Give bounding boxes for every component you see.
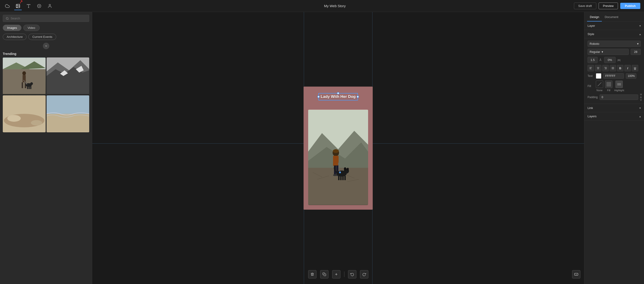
layers-section-header[interactable]: Layers ▴	[588, 114, 641, 118]
align-center-button[interactable]	[595, 65, 601, 71]
list-item[interactable]	[46, 95, 90, 132]
style-section-toggle[interactable]: Style ▴	[588, 32, 641, 36]
design-tab[interactable]: Design	[587, 12, 602, 22]
keyboard-button[interactable]	[572, 270, 580, 278]
font-weight-size-row: Regular ▾	[588, 49, 641, 55]
fill-highlight-option[interactable]: Highlight	[614, 81, 624, 92]
right-panel: Design Document Layer ▾ Style ▴ Roboto ▾	[584, 12, 644, 284]
image-icon[interactable]: ↗	[14, 2, 22, 10]
layer-section-header[interactable]: Layer ▾	[588, 24, 641, 28]
trending-label: Trending	[0, 51, 92, 58]
font-weight-chevron: ▾	[602, 50, 603, 54]
handle-right[interactable]	[356, 96, 359, 98]
story-canvas[interactable]: Lady With Her Dog	[304, 87, 373, 210]
svg-rect-57	[342, 176, 344, 180]
text-color-hex[interactable]	[603, 73, 624, 79]
add-element-button[interactable]	[332, 270, 340, 278]
document-tab[interactable]: Document	[602, 12, 621, 22]
preview-button[interactable]: Preview	[598, 3, 618, 9]
video-tab[interactable]: Video	[23, 25, 40, 31]
list-item[interactable]	[46, 58, 90, 94]
link-section-header[interactable]: Link ▾	[588, 106, 641, 110]
story-text: Lady With Her Dog	[320, 94, 356, 99]
svg-rect-61	[324, 274, 326, 276]
architecture-tag[interactable]: Architecture	[3, 34, 26, 40]
font-family-select[interactable]: Roboto ▾	[588, 41, 641, 47]
top-bar: ↗ My Web Story Save draft Preview	[0, 0, 644, 12]
font-size-input[interactable]	[631, 49, 641, 55]
font-family-row: Roboto ▾	[588, 41, 641, 47]
cloud-icon[interactable]	[4, 2, 11, 10]
search-bar[interactable]	[3, 15, 89, 22]
handle-left[interactable]	[318, 96, 320, 98]
chevron-down-button[interactable]	[43, 43, 49, 49]
save-draft-button[interactable]: Save draft	[574, 3, 596, 9]
svg-rect-64	[574, 273, 578, 275]
svg-rect-55	[338, 176, 340, 180]
fill-fill-icon	[605, 81, 612, 88]
current-events-tag[interactable]: Current Events	[28, 34, 56, 40]
svg-point-7	[49, 4, 51, 6]
undo-button[interactable]	[348, 270, 356, 278]
svg-rect-56	[340, 176, 342, 180]
svg-rect-35	[46, 114, 90, 132]
top-bar-left: ↗	[4, 2, 96, 10]
letter-spacing-input[interactable]	[604, 57, 616, 63]
italic-button[interactable]: I	[624, 65, 631, 71]
list-item[interactable]	[3, 95, 46, 132]
svg-point-15	[22, 71, 26, 75]
style-section-header: Style ▴	[584, 30, 644, 38]
list-item[interactable]	[3, 58, 46, 94]
svg-rect-58	[344, 176, 346, 180]
padding-unit: H & V	[640, 93, 642, 101]
font-weight-select[interactable]: Regular ▾	[588, 49, 629, 55]
svg-rect-34	[46, 96, 90, 114]
fill-none-label: None	[596, 89, 602, 92]
search-input[interactable]	[10, 17, 86, 20]
redo-button[interactable]	[360, 270, 368, 278]
align-justify-button[interactable]	[610, 65, 616, 71]
fill-none-option[interactable]: None	[596, 81, 603, 92]
delete-button[interactable]	[308, 270, 316, 278]
link-chevron-icon: ▾	[640, 106, 641, 110]
text-align-row: B I U	[588, 65, 641, 71]
story-photo-svg	[308, 110, 368, 205]
media-type-tabs: Images Video	[0, 24, 92, 33]
link-section: Link ▾	[584, 104, 644, 112]
text-color-swatch[interactable]	[596, 73, 601, 79]
svg-point-54	[347, 168, 349, 170]
category-tags: Architecture Current Events	[0, 33, 92, 42]
text-element[interactable]: Lady With Her Dog	[318, 93, 358, 100]
image-grid	[0, 58, 92, 132]
images-tab[interactable]: Images	[3, 25, 22, 31]
canvas-toolbar	[308, 270, 368, 278]
text-color-label: Text	[588, 74, 594, 78]
text-icon[interactable]	[25, 2, 32, 10]
fill-fill-label: Fill	[607, 89, 610, 92]
bold-button[interactable]: B	[617, 65, 624, 71]
text-selection-box: Lady With Her Dog	[318, 93, 358, 100]
person-icon[interactable]	[46, 2, 54, 10]
handle-top[interactable]	[337, 92, 339, 94]
underline-button[interactable]: U	[632, 65, 638, 71]
main-layout: Images Video Architecture Current Events…	[0, 12, 644, 284]
text-opacity-input[interactable]	[626, 73, 636, 79]
line-height-input[interactable]	[588, 57, 598, 63]
align-left-button[interactable]	[588, 65, 594, 71]
fill-none-icon	[596, 81, 603, 88]
svg-line-9	[8, 19, 8, 19]
padding-input[interactable]	[600, 94, 638, 100]
duplicate-button[interactable]	[320, 270, 328, 278]
fill-row: Fill None	[588, 81, 641, 92]
align-right-button[interactable]	[602, 65, 609, 71]
style-section-title: Style	[588, 32, 594, 36]
publish-button[interactable]: Publish	[620, 3, 640, 9]
svg-rect-17	[22, 82, 23, 88]
line-height-row: Ā |A|	[588, 57, 641, 63]
svg-rect-22	[28, 86, 30, 89]
style-chevron-icon: ▴	[640, 33, 641, 36]
expand-categories	[0, 43, 92, 49]
svg-rect-21	[27, 86, 28, 89]
fill-fill-option[interactable]: Fill	[605, 81, 612, 92]
add-text-icon[interactable]	[36, 2, 43, 10]
